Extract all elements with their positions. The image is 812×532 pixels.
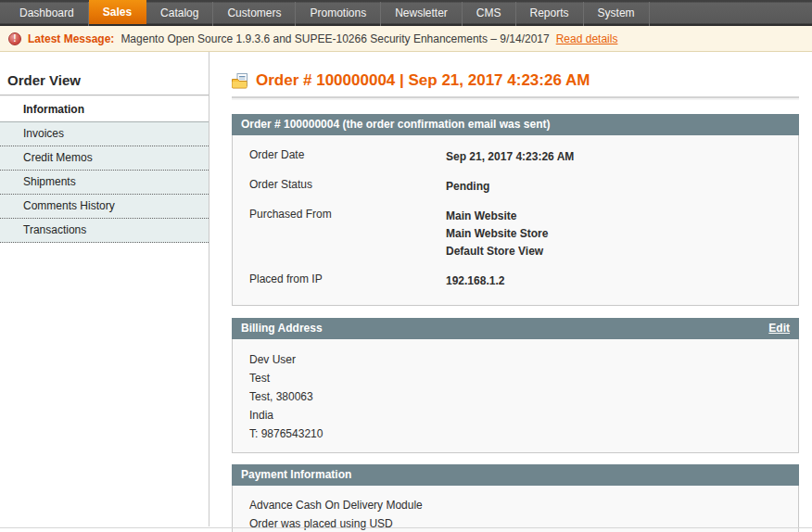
edit-billing-address-link[interactable]: Edit	[768, 322, 790, 335]
nav-item-newsletter[interactable]: Newsletter	[381, 2, 463, 26]
sidebar-item-transactions[interactable]: Transactions	[0, 219, 209, 243]
sidebar-item-invoices[interactable]: Invoices	[0, 122, 209, 146]
nav-item-cms[interactable]: CMS	[463, 2, 516, 26]
order-information-header: Order # 100000004 (the order confirmatio…	[232, 114, 799, 135]
order-main-panel: Order # 100000004 | Sep 21, 2017 4:23:26…	[209, 52, 812, 532]
notification-label: Latest Message:	[28, 32, 114, 45]
content-area: Order View Information Invoices Credit M…	[0, 52, 812, 531]
billing-name: Dev User	[249, 350, 781, 369]
field-label: Purchased From	[249, 208, 446, 260]
field-label: Placed from IP	[249, 272, 446, 290]
read-details-link[interactable]: Read details	[556, 32, 618, 45]
billing-country: India	[249, 406, 781, 424]
nav-item-customers[interactable]: Customers	[213, 2, 296, 26]
notification-bar: ! Latest Message: Magento Open Source 1.…	[0, 26, 812, 52]
sidebar-item-credit-memos[interactable]: Credit Memos	[0, 146, 209, 171]
alert-icon: !	[8, 32, 21, 45]
billing-address-header-text: Billing Address	[241, 322, 323, 335]
field-value: Sep 21, 2017 4:23:26 AM	[446, 148, 574, 166]
purchased-from-row: Purchased From Main Website Main Website…	[249, 208, 781, 260]
sidebar-divider	[0, 95, 209, 95]
magento-admin-window: Dashboard Sales Catalog Customers Promot…	[0, 0, 812, 532]
nav-item-sales[interactable]: Sales	[89, 0, 146, 24]
order-status-row: Order Status Pending	[249, 178, 781, 196]
order-information-body: Order Date Sep 21, 2017 4:23:26 AM Order…	[232, 135, 799, 306]
payment-information-header: Payment Information	[232, 464, 799, 486]
order-title-text: Order # 100000004 | Sep 21, 2017 4:23:26…	[256, 71, 590, 90]
billing-street: Test	[249, 369, 781, 387]
nav-item-catalog[interactable]: Catalog	[146, 2, 213, 26]
billing-address-body: Dev User Test Test, 380063 India T: 9876…	[232, 339, 799, 453]
field-value: Main Website Main Website Store Default …	[446, 208, 548, 260]
billing-address-section: Billing Address Edit Dev User Test Test,…	[232, 318, 799, 453]
billing-address-header: Billing Address Edit	[232, 318, 799, 339]
nav-item-promotions[interactable]: Promotions	[296, 2, 381, 26]
sidebar-item-shipments[interactable]: Shipments	[0, 171, 209, 195]
field-value: Pending	[446, 178, 489, 196]
payment-information-header-text: Payment Information	[241, 468, 351, 481]
sidebar-tabs: Information Invoices Credit Memos Shipme…	[0, 98, 209, 243]
top-nav: Dashboard Sales Catalog Customers Promot…	[0, 0, 812, 26]
billing-city-zip: Test, 380063	[249, 387, 781, 406]
order-page-icon	[232, 73, 248, 89]
payment-information-body: Advance Cash On Delivery Module Order wa…	[232, 486, 799, 532]
notification-message: Magento Open Source 1.9.3.6 and SUPEE-10…	[121, 32, 549, 45]
title-divider	[232, 96, 799, 100]
payment-currency: Order was placed using USD	[249, 514, 781, 532]
sidebar-item-information[interactable]: Information	[0, 98, 209, 122]
order-view-sidebar: Order View Information Invoices Credit M…	[0, 52, 209, 526]
order-information-header-text: Order # 100000004 (the order confirmatio…	[241, 118, 550, 131]
nav-item-system[interactable]: System	[584, 2, 650, 26]
field-value: 192.168.1.2	[446, 272, 504, 290]
payment-information-section: Payment Information Advance Cash On Deli…	[232, 464, 799, 532]
nav-item-reports[interactable]: Reports	[516, 2, 584, 26]
sidebar-item-comments-history[interactable]: Comments History	[0, 195, 209, 219]
field-label: Order Date	[249, 148, 446, 166]
field-label: Order Status	[249, 178, 446, 196]
sidebar-title: Order View	[0, 72, 209, 95]
order-date-row: Order Date Sep 21, 2017 4:23:26 AM	[249, 148, 781, 166]
billing-phone: T: 9876543210	[249, 424, 781, 443]
page-title: Order # 100000004 | Sep 21, 2017 4:23:26…	[232, 71, 799, 90]
nav-item-dashboard[interactable]: Dashboard	[6, 2, 89, 26]
placed-from-ip-row: Placed from IP 192.168.1.2	[249, 272, 781, 290]
payment-method: Advance Cash On Delivery Module	[249, 496, 781, 514]
bottom-divider	[0, 527, 812, 528]
order-information-section: Order # 100000004 (the order confirmatio…	[232, 114, 799, 306]
